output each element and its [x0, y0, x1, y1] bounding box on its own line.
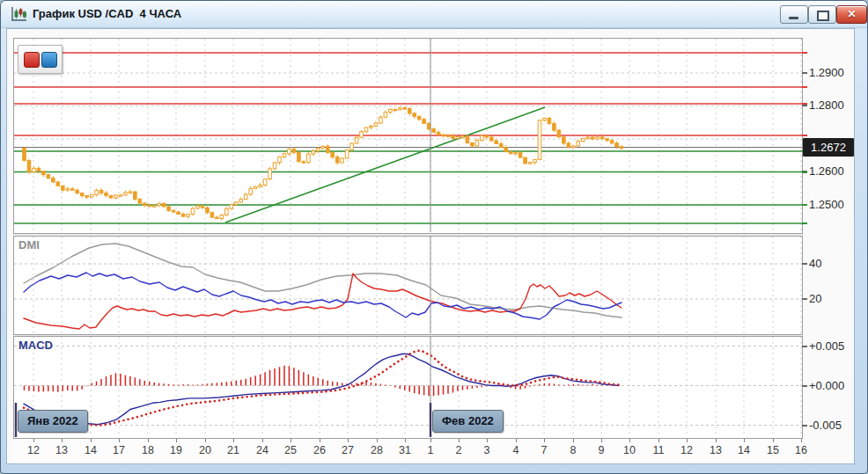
time-tick: [205, 439, 206, 442]
candle-body: [99, 190, 103, 193]
time-tick: [744, 439, 745, 442]
time-tick: [348, 439, 349, 442]
restore-button[interactable]: [808, 5, 836, 24]
candle-body: [259, 185, 262, 186]
candle-body: [134, 192, 137, 200]
level-line-tick: [802, 171, 807, 173]
time-tick: [801, 439, 802, 442]
candle-body: [162, 203, 166, 207]
axis-tick: [802, 72, 807, 74]
macd-panel: [14, 337, 803, 439]
candle-body: [446, 135, 450, 136]
red-marker-button[interactable]: [24, 52, 40, 68]
axis-label: +0.000: [809, 379, 844, 392]
level-line-tick: [802, 52, 807, 54]
candle-body: [563, 137, 566, 143]
minimize-icon: [789, 17, 798, 19]
level-line-tick: [802, 103, 807, 105]
candle-body: [567, 143, 570, 147]
axis-tick: [802, 105, 807, 106]
time-label: 25: [284, 444, 297, 456]
dmi-panel-label: DMI: [18, 238, 40, 252]
time-tick: [377, 439, 378, 442]
candle-body: [489, 137, 493, 141]
time-axis: 1213141718192021242526272831123478910111…: [13, 439, 803, 462]
time-label: 20: [199, 444, 211, 456]
candle-body: [201, 206, 204, 208]
candle-body: [124, 193, 128, 195]
axis-label: 40: [809, 257, 821, 270]
restore-icon: [817, 11, 829, 21]
candle-body: [316, 148, 320, 150]
candle-body: [129, 192, 132, 193]
time-label: 9: [599, 444, 605, 456]
axis-tick: [802, 385, 807, 387]
candle-body: [206, 208, 210, 212]
candle-body: [350, 143, 354, 150]
time-label: 11: [653, 444, 665, 456]
candle-body: [364, 128, 368, 132]
candle-body: [538, 120, 541, 160]
candle-body: [47, 175, 50, 179]
candle-body: [499, 143, 503, 147]
time-tick: [601, 439, 602, 442]
candle-body: [596, 137, 600, 139]
time-tick: [487, 439, 488, 442]
candle-body: [345, 150, 349, 158]
candle-body: [95, 190, 99, 194]
chart-window: График USD /CAD 4 ЧАСА ✕ DMI MACD Янв 20…: [0, 0, 868, 474]
time-tick: [33, 439, 34, 442]
candle-body: [85, 196, 89, 198]
candle-body: [485, 135, 489, 137]
time-label: 14: [738, 444, 750, 456]
candle-body: [158, 203, 161, 206]
close-button[interactable]: ✕: [836, 5, 867, 24]
time-tick: [459, 439, 460, 442]
candle-body: [230, 205, 233, 209]
time-label: 13: [710, 444, 722, 456]
candle-body: [452, 136, 455, 139]
time-tick: [430, 439, 431, 442]
candle-body: [70, 189, 74, 190]
candle-body: [600, 137, 604, 139]
candle-body: [571, 146, 575, 147]
level-line-tick: [802, 204, 807, 206]
time-tick: [687, 439, 688, 442]
time-label: 15: [767, 444, 779, 456]
candle-body: [42, 171, 46, 175]
candle-body: [268, 169, 272, 179]
candle-body: [167, 207, 171, 210]
time-tick: [658, 439, 659, 442]
candle-body: [504, 148, 508, 152]
time-tick: [716, 439, 717, 442]
minimize-button[interactable]: [780, 5, 808, 24]
candle-body: [138, 200, 142, 203]
candle-body: [234, 202, 238, 205]
level-line-tick: [802, 135, 807, 136]
candle-body: [288, 149, 291, 153]
candle-body: [461, 136, 465, 137]
candle-body: [427, 123, 430, 128]
time-label: 18: [142, 444, 154, 456]
level-line-tick: [802, 222, 807, 224]
axis-tick: [802, 346, 807, 347]
candle-body: [27, 160, 31, 171]
time-tick: [516, 439, 517, 442]
candle-body: [109, 195, 113, 198]
candle-body: [524, 157, 527, 164]
chart-plot-area[interactable]: [13, 38, 803, 439]
time-tick: [320, 439, 320, 442]
time-label: 2: [456, 444, 462, 456]
time-tick: [262, 439, 263, 442]
time-label: 13: [55, 444, 68, 456]
axis-label: 1.2500: [809, 198, 844, 211]
blue-marker-button[interactable]: [41, 52, 57, 68]
candle-body: [80, 193, 84, 196]
window-title: График USD /CAD 4 ЧАСА: [33, 7, 181, 20]
candle-body: [56, 182, 60, 186]
title-bar[interactable]: График USD /CAD 4 ЧАСА ✕: [1, 1, 867, 28]
candle-body: [403, 108, 407, 109]
candle-body: [298, 152, 301, 162]
candle-body: [326, 146, 329, 152]
candle-body: [519, 153, 522, 157]
